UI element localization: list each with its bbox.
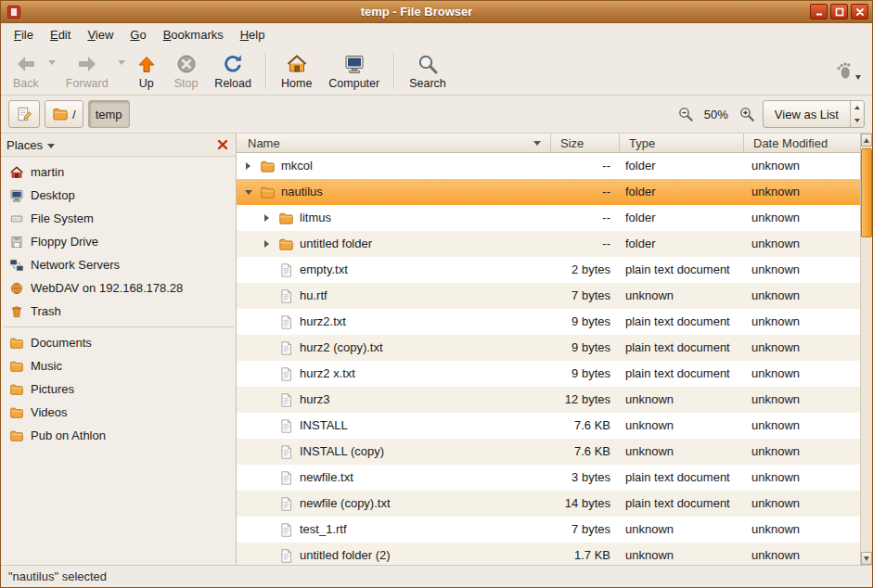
menu-item-bookmarks[interactable]: Bookmarks — [156, 26, 231, 44]
file-row-test-1-rtf[interactable]: test_1.rtf7 bytesunknownunknown — [237, 517, 860, 543]
scrollbar-up-button[interactable] — [861, 134, 872, 147]
sort-indicator-icon — [533, 141, 541, 146]
column-header-label: Size — [560, 136, 584, 150]
expander-collapsed-icon[interactable] — [261, 238, 273, 250]
minimize-button[interactable] — [810, 4, 828, 19]
toolbar-overflow-button[interactable] — [828, 49, 868, 92]
column-headers: NameSizeTypeDate Modified — [237, 134, 860, 153]
floppy-icon — [9, 235, 24, 249]
expander-expanded-icon[interactable] — [242, 186, 254, 198]
column-header-date-modified[interactable]: Date Modified — [744, 134, 860, 153]
sidebar-item-martin[interactable]: martin — [1, 160, 236, 184]
folder-icon — [9, 336, 24, 351]
menu-item-view[interactable]: View — [80, 26, 121, 44]
file-row-empty-txt[interactable]: empty.txt2 bytesplain text documentunkno… — [237, 257, 860, 283]
sidebar-item-floppy-drive[interactable]: Floppy Drive — [1, 230, 236, 253]
file-name: untitled folder (2) — [300, 543, 391, 565]
sidebar-item-music[interactable]: Music — [1, 354, 236, 377]
toolbar-button-label: Stop — [174, 77, 199, 90]
home-red-icon — [9, 165, 24, 180]
expander-spacer — [261, 446, 273, 458]
menu-item-go[interactable]: Go — [122, 26, 153, 44]
maximize-button[interactable] — [830, 4, 848, 19]
file-row-hurz2-copy-txt[interactable]: hurz2 (copy).txt9 bytesplain text docume… — [237, 335, 860, 361]
file-name: hu.rtf — [300, 283, 327, 309]
menu-item-help[interactable]: Help — [233, 26, 273, 44]
toolbar-button-home[interactable]: Home — [273, 49, 320, 92]
toolbar-item-computer: Computer — [320, 49, 388, 92]
name-cell: INSTALL — [237, 413, 551, 439]
name-cell: hurz3 — [237, 387, 551, 413]
overflow-arrow-icon — [855, 75, 861, 80]
file-row-newfile-txt[interactable]: newfile.txt3 bytesplain text documentunk… — [237, 465, 860, 491]
stepper-down-icon[interactable] — [851, 114, 864, 127]
toolbar-button-reload[interactable]: Reload — [206, 49, 260, 92]
sidebar-item-pub-on-athlon[interactable]: Pub on Athlon — [1, 424, 236, 447]
scrollbar-down-button[interactable] — [861, 552, 872, 565]
file-row-nautilus[interactable]: nautilus--folderunknown — [237, 179, 860, 205]
name-cell: newfile (copy).txt — [237, 491, 551, 517]
path-button-root[interactable]: / — [45, 100, 83, 128]
file-row-untitled-folder[interactable]: untitled folder--folderunknown — [237, 231, 860, 257]
places-close-button[interactable] — [215, 137, 230, 152]
edit-location-icon — [16, 106, 32, 122]
toolbar-item-home: Home — [273, 49, 320, 92]
menu-item-label: Go — [130, 28, 146, 42]
sidebar-item-videos[interactable]: Videos — [1, 401, 236, 424]
size-cell: 9 bytes — [551, 309, 620, 335]
file-icon — [278, 392, 294, 408]
zoom-out-button[interactable] — [674, 103, 697, 125]
column-header-size[interactable]: Size — [551, 134, 620, 153]
sidebar-item-webdav-on-192-168-178-28[interactable]: WebDAV on 192.168.178.28 — [1, 276, 236, 300]
sidebar-item-trash[interactable]: Trash — [1, 300, 236, 323]
expander-collapsed-icon[interactable] — [242, 160, 254, 173]
vertical-scrollbar[interactable] — [860, 134, 872, 565]
file-row-install-copy[interactable]: INSTALL (copy)7.6 KBunknownunknown — [237, 439, 860, 465]
scrollbar-thumb[interactable] — [861, 148, 872, 237]
menu-item-edit[interactable]: Edit — [43, 26, 78, 44]
file-row-hurz2-x-txt[interactable]: hurz2 x.txt9 bytesplain text documentunk… — [237, 361, 860, 387]
toolbar-item-forward: Forward — [58, 49, 127, 92]
size-cell: 7 bytes — [551, 517, 620, 543]
type-cell: folder — [620, 153, 744, 179]
toolbar-button-label: Computer — [328, 77, 379, 90]
file-row-untitled-folder-2[interactable]: untitled folder (2)1.7 KBunknownunknown — [237, 543, 860, 565]
path-button-current[interactable]: temp — [88, 100, 130, 128]
file-row-install[interactable]: INSTALL7.6 KBunknownunknown — [237, 413, 860, 439]
file-row-mkcol[interactable]: mkcol--folderunknown — [237, 153, 860, 179]
menu-item-file[interactable]: File — [6, 26, 41, 44]
file-row-litmus[interactable]: litmus--folderunknown — [237, 205, 860, 231]
file-row-newfile-copy-txt[interactable]: newfile (copy).txt14 bytesplain text doc… — [237, 491, 860, 517]
file-row-hurz2-txt[interactable]: hurz2.txt9 bytesplain text documentunkno… — [237, 309, 860, 335]
expander-spacer — [261, 394, 273, 406]
expander-collapsed-icon[interactable] — [261, 212, 273, 224]
zoom-in-button[interactable] — [736, 103, 758, 125]
scrollbar-track[interactable] — [861, 147, 872, 552]
expander-spacer — [261, 472, 273, 484]
column-header-type[interactable]: Type — [620, 134, 744, 153]
sidebar-item-pictures[interactable]: Pictures — [1, 377, 236, 401]
size-cell: -- — [551, 231, 620, 257]
places-header[interactable]: Places — [1, 134, 236, 157]
toolbar-button-search[interactable]: Search — [401, 49, 455, 92]
file-name: litmus — [300, 205, 331, 231]
toolbar-button-computer[interactable]: Computer — [320, 49, 388, 92]
date-cell: unknown — [744, 309, 860, 335]
toolbar-buttons: BackForwardUpStopReloadHomeComputerSearc… — [5, 49, 455, 92]
menu-item-label: Bookmarks — [163, 28, 224, 42]
toolbar-button-label: Up — [139, 77, 154, 90]
size-cell: 9 bytes — [551, 335, 620, 361]
sidebar-item-file-system[interactable]: File System — [1, 207, 236, 230]
sidebar-item-desktop[interactable]: Desktop — [1, 184, 236, 207]
view-mode-select[interactable]: View as List — [763, 100, 865, 128]
column-header-name[interactable]: Name — [237, 134, 551, 153]
toolbar-button-up[interactable]: Up — [127, 49, 166, 92]
file-row-hurz3[interactable]: hurz312 bytesunknownunknown — [237, 387, 860, 413]
sidebar-item-network-servers[interactable]: Network Servers — [1, 253, 236, 276]
edit-location-button[interactable] — [8, 100, 40, 128]
stepper-up-icon[interactable] — [851, 101, 864, 114]
close-button[interactable] — [851, 4, 868, 19]
sidebar-item-documents[interactable]: Documents — [1, 331, 236, 354]
file-row-hu-rtf[interactable]: hu.rtf7 bytesunknownunknown — [237, 283, 860, 309]
file-icon — [278, 496, 294, 512]
